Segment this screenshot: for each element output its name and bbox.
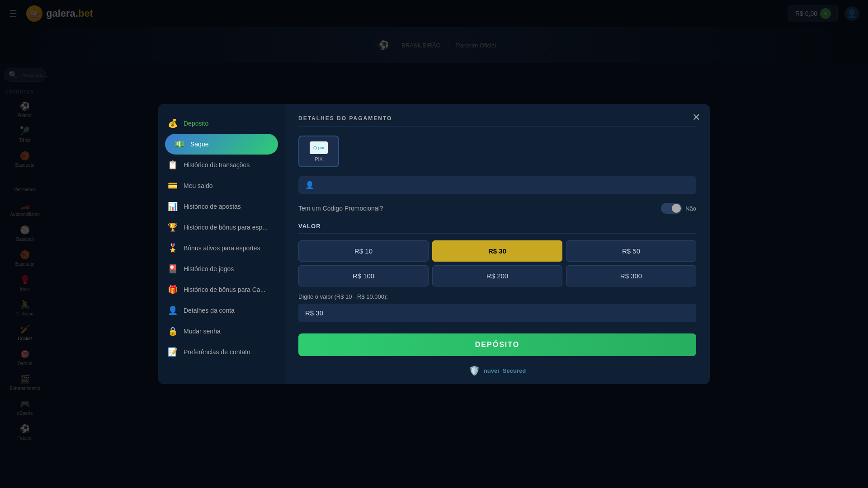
pix-logo: ⬡ pix (310, 141, 328, 154)
mudar-senha-label: Mudar senha (184, 328, 221, 335)
panel-title: DETALHES DO PAGAMENTO (298, 115, 696, 127)
nuvei-secured-label: Secured (503, 367, 526, 374)
promo-toggle-label: Não (685, 205, 696, 212)
pix-payment-button[interactable]: ⬡ pix PIX (298, 136, 339, 167)
preferencias-contato-label: Preferências de contato (184, 348, 250, 356)
value-section-label: VALOR (298, 223, 696, 234)
menu-item-meu-saldo[interactable]: 💳 Meu saldo (158, 175, 285, 196)
historico-apostas-label: Histórico de apostas (184, 203, 241, 210)
deposito-label: Depósito (184, 120, 208, 127)
amount-input-hint: Digite o valor (R$ 10 - R$ 10.000): (298, 293, 696, 300)
historico-jogos-label: Histórico de jogos (184, 265, 234, 272)
menu-item-saque[interactable]: 💵 Saque (165, 134, 278, 155)
detalhes-conta-icon: 👤 (167, 305, 178, 315)
promo-toggle[interactable] (661, 203, 682, 214)
payment-modal: ✕ 💰 Depósito 💵 Saque 📋 Histórico de tran… (158, 104, 710, 384)
nuvei-brand: nuvei (484, 367, 499, 374)
preferencias-contato-icon: 📝 (167, 347, 178, 357)
user-field-input[interactable] (319, 182, 689, 189)
menu-item-preferencias-contato[interactable]: 📝 Preferências de contato (158, 342, 285, 362)
promo-question-text: Tem um Código Promocional? (298, 205, 383, 212)
bonus-ativos-icon: 🎖️ (167, 243, 178, 253)
historico-jogos-icon: 🎴 (167, 264, 178, 274)
toggle-knob (672, 204, 681, 213)
amount-btn-30[interactable]: R$ 30 (432, 240, 562, 262)
deposito-icon: 💰 (167, 118, 178, 128)
menu-item-historico-apostas[interactable]: 📊 Histórico de apostas (158, 196, 285, 217)
menu-item-historico-jogos[interactable]: 🎴 Histórico de jogos (158, 258, 285, 279)
historico-transacoes-label: Histórico de transações (184, 161, 250, 169)
amount-btn-50[interactable]: R$ 50 (566, 240, 696, 262)
modal-left-menu: 💰 Depósito 💵 Saque 📋 Histórico de transa… (158, 104, 285, 384)
menu-item-historico-bonus-ca[interactable]: 🎁 Histórico de bônus para Ca... (158, 279, 285, 300)
shield-icon: 🛡️ (469, 365, 480, 376)
promo-code-row: Tem um Código Promocional? Não (298, 203, 696, 214)
pix-label: PIX (315, 156, 323, 162)
modal-overlay: ✕ 💰 Depósito 💵 Saque 📋 Histórico de tran… (0, 0, 868, 488)
menu-item-historico-bonus-esp[interactable]: 🏆 Histórico de bônus para esp... (158, 217, 285, 238)
menu-item-detalhes-conta[interactable]: 👤 Detalhes da conta (158, 300, 285, 321)
payment-method-options: ⬡ pix PIX (298, 136, 696, 167)
modal-right-panel: DETALHES DO PAGAMENTO ⬡ pix PIX 👤 (285, 104, 710, 384)
amount-btn-300[interactable]: R$ 300 (566, 265, 696, 286)
amount-input-value: R$ 30 (305, 309, 323, 317)
bonus-ativos-label: Bônus ativos para esportes (184, 244, 260, 252)
menu-item-mudar-senha[interactable]: 🔒 Mudar senha (158, 321, 285, 342)
amount-grid: R$ 10 R$ 30 R$ 50 R$ 100 R$ 200 R$ 300 (298, 240, 696, 286)
deposit-confirm-button[interactable]: DEPÓSITO (298, 333, 696, 356)
amount-btn-10[interactable]: R$ 10 (298, 240, 429, 262)
detalhes-conta-label: Detalhes da conta (184, 307, 235, 314)
promo-toggle-container: Não (661, 203, 696, 214)
amount-btn-200[interactable]: R$ 200 (432, 265, 562, 286)
historico-bonus-ca-icon: 🎁 (167, 285, 178, 295)
saque-icon: 💵 (174, 139, 185, 149)
amount-btn-100[interactable]: R$ 100 (298, 265, 429, 286)
historico-apostas-icon: 📊 (167, 202, 178, 211)
menu-item-historico-transacoes[interactable]: 📋 Histórico de transações (158, 155, 285, 175)
amount-input-display[interactable]: R$ 30 (298, 304, 696, 322)
historico-bonus-esp-label: Histórico de bônus para esp... (184, 224, 268, 231)
security-badge: 🛡️ nuvei Secured (298, 365, 696, 376)
historico-bonus-esp-icon: 🏆 (167, 222, 178, 232)
meu-saldo-label: Meu saldo (184, 182, 213, 189)
saque-label: Saque (190, 141, 208, 148)
menu-item-bonus-ativos[interactable]: 🎖️ Bônus ativos para esportes (158, 238, 285, 258)
user-field: 👤 (298, 176, 696, 194)
mudar-senha-icon: 🔒 (167, 326, 178, 336)
meu-saldo-icon: 💳 (167, 181, 178, 191)
historico-bonus-ca-label: Histórico de bônus para Ca... (184, 286, 265, 293)
menu-item-deposito[interactable]: 💰 Depósito (158, 113, 285, 134)
modal-close-button[interactable]: ✕ (689, 111, 703, 124)
user-field-icon: 👤 (305, 181, 314, 189)
historico-transacoes-icon: 📋 (167, 160, 178, 170)
main-layout: 🔍 ESPORTES ⚽ Futebol 🎾 Tênis 🏀 Basquete … (0, 63, 868, 488)
